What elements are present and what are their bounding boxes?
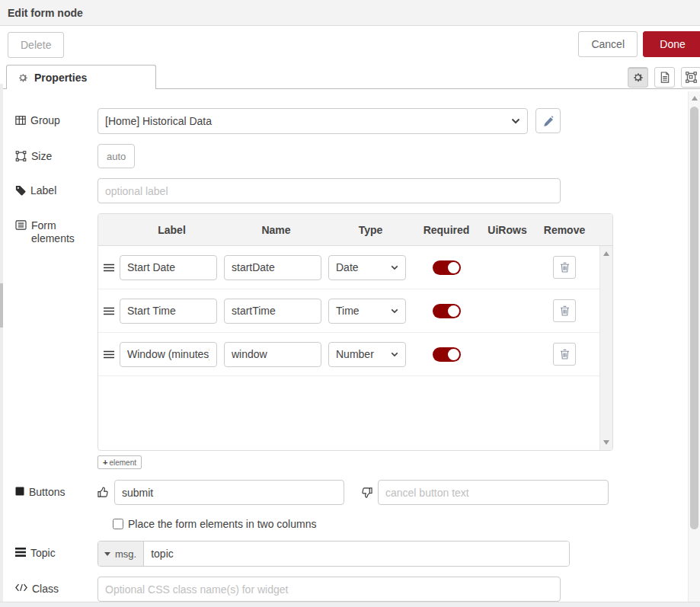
header-name: Name	[224, 224, 328, 236]
element-label-input[interactable]	[120, 255, 217, 280]
scroll-up-icon[interactable]	[603, 251, 609, 256]
topic-input[interactable]	[144, 542, 569, 566]
element-label-input[interactable]	[120, 299, 217, 324]
scrollbar-thumb[interactable]	[690, 107, 698, 529]
left-scrollbar[interactable]	[0, 84, 3, 607]
trash-icon	[560, 305, 570, 316]
element-label-input[interactable]	[120, 342, 217, 367]
drag-handle-icon[interactable]	[98, 307, 120, 315]
header-uirows: UiRows	[480, 224, 535, 236]
form-elements-table-header: Label Name Type Required UiRows Remove	[98, 214, 612, 246]
edit-group-button[interactable]	[535, 108, 561, 133]
topic-label: Topic	[15, 541, 97, 560]
element-name-input[interactable]	[224, 299, 321, 324]
form-elements-table: Label Name Type Required UiRows Remove	[97, 213, 613, 451]
dialog-bottom-edge	[0, 602, 700, 607]
list-alt-icon	[15, 220, 27, 230]
editor-tab-buttons	[628, 67, 691, 88]
cancel-button[interactable]: Cancel	[578, 31, 638, 57]
cancel-button-text-input[interactable]	[378, 480, 609, 505]
scroll-up-icon[interactable]	[692, 96, 698, 101]
drag-handle-icon[interactable]	[98, 264, 120, 272]
thumbs-up-icon	[97, 487, 109, 498]
buttons-label: Buttons	[15, 480, 97, 499]
properties-tab-button[interactable]	[628, 67, 648, 88]
size-row: Size auto	[15, 144, 700, 168]
element-type-select[interactable]: Time	[328, 299, 406, 324]
remove-element-button[interactable]	[553, 256, 576, 279]
form-elements-label: Form elements	[15, 213, 97, 245]
group-select[interactable]: [Home] Historical Data	[97, 108, 528, 134]
plus-icon: +	[103, 458, 107, 467]
group-label: Group	[15, 108, 97, 127]
class-input[interactable]	[97, 577, 561, 602]
dialog-header: Edit form node	[0, 0, 700, 26]
form-element-row: Number	[98, 333, 612, 376]
chevron-down-icon	[511, 118, 520, 124]
dialog-title: Edit form node	[8, 7, 83, 19]
topic-type-label: msg.	[115, 548, 136, 560]
pencil-icon	[543, 116, 554, 126]
tag-icon	[15, 185, 26, 196]
two-columns-label[interactable]: Place the form elements in two columns	[128, 518, 316, 530]
delete-button[interactable]: Delete	[8, 32, 64, 58]
element-type-select[interactable]: Date	[328, 255, 406, 280]
header-type: Type	[328, 224, 413, 236]
required-toggle[interactable]	[433, 347, 461, 362]
form-elements-row: Form elements Label Name Type Required U…	[15, 213, 700, 451]
topic-typed-input: msg.	[97, 541, 570, 567]
element-type-select[interactable]: Number	[328, 342, 406, 367]
required-toggle[interactable]	[433, 260, 461, 275]
dialog-button-bar: Delete Cancel Done	[0, 26, 700, 65]
form-element-row: Date	[98, 246, 612, 289]
code-icon	[15, 583, 27, 592]
header-required: Required	[413, 224, 480, 236]
remove-element-button[interactable]	[553, 343, 576, 366]
caret-down-icon	[104, 552, 110, 556]
tasks-icon	[15, 548, 26, 557]
size-auto-button[interactable]: auto	[97, 144, 135, 168]
size-label: Size	[15, 144, 97, 163]
description-tab-button[interactable]	[654, 67, 675, 88]
scroll-down-icon[interactable]	[603, 440, 609, 445]
appearance-tab-button[interactable]	[681, 67, 700, 88]
tab-properties[interactable]: Properties	[6, 65, 156, 89]
header-remove: Remove	[535, 224, 594, 236]
file-icon	[660, 72, 670, 83]
square-icon	[15, 487, 24, 496]
chevron-down-icon	[391, 308, 398, 314]
dialog-scrollbar[interactable]	[688, 91, 700, 607]
topic-type-select[interactable]: msg.	[98, 542, 144, 566]
object-group-icon	[15, 151, 27, 161]
two-columns-row: Place the form elements in two columns	[113, 518, 700, 530]
required-toggle[interactable]	[433, 304, 461, 318]
trash-icon	[560, 262, 570, 273]
group-select-value: [Home] Historical Data	[105, 115, 212, 127]
gear-icon	[18, 72, 28, 83]
remove-element-button[interactable]	[553, 299, 576, 322]
label-label: Label	[15, 178, 97, 197]
label-input[interactable]	[97, 178, 561, 203]
form-element-row: Time	[98, 289, 612, 333]
chevron-down-icon	[391, 265, 398, 270]
buttons-row: Buttons	[15, 480, 700, 505]
header-label: Label	[120, 224, 224, 236]
form-elements-table-body: Date	[98, 246, 612, 450]
table-icon	[15, 115, 26, 126]
class-label: Class	[15, 577, 97, 596]
class-row: Class	[15, 577, 700, 602]
done-button[interactable]: Done	[643, 31, 700, 57]
label-row: Label	[15, 178, 700, 203]
element-name-input[interactable]	[224, 255, 321, 280]
submit-button-text-input[interactable]	[114, 480, 344, 505]
table-scrollbar[interactable]	[599, 246, 612, 450]
thumbs-down-icon	[361, 487, 372, 498]
drag-handle-icon[interactable]	[98, 350, 120, 359]
chevron-down-icon	[391, 352, 398, 357]
group-row: Group [Home] Historical Data	[15, 108, 700, 134]
two-columns-checkbox[interactable]	[113, 519, 123, 529]
element-name-input[interactable]	[224, 342, 321, 367]
object-group-icon	[686, 72, 697, 83]
add-element-button[interactable]: + element	[97, 455, 142, 469]
tab-bar: Properties	[0, 65, 700, 89]
